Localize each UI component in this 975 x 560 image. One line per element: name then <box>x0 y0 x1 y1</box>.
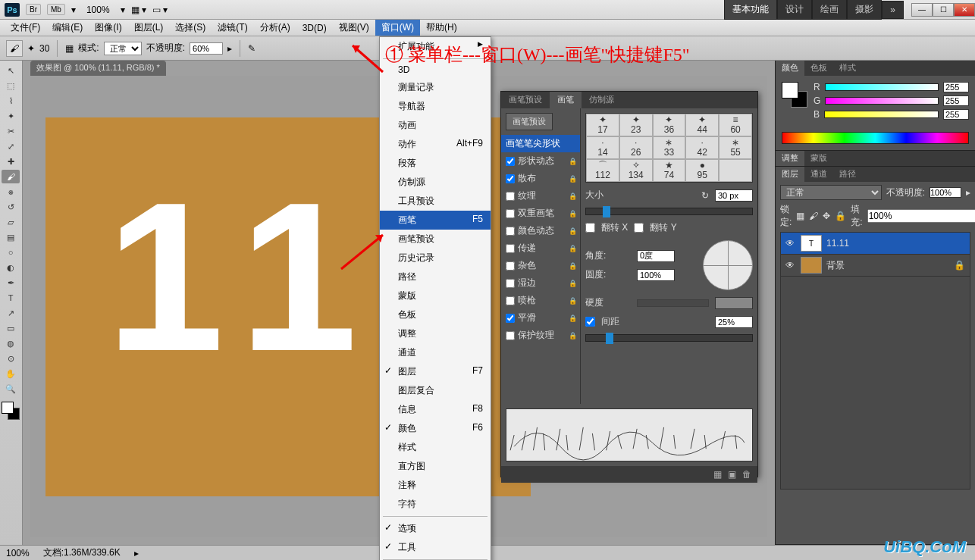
brush-option[interactable]: 双重画笔🔒 <box>501 205 580 222</box>
stamp-tool[interactable]: ⎈ <box>2 185 20 199</box>
window-menu-item[interactable]: 直方图 <box>380 457 491 476</box>
history-brush-tool[interactable]: ↺ <box>2 200 20 214</box>
menu-edit[interactable]: 编辑(E) <box>46 20 89 36</box>
window-menu-item[interactable]: 通道 <box>380 343 491 362</box>
lock-trans-icon[interactable]: ▦ <box>796 211 804 221</box>
workspace-more[interactable]: » <box>882 1 904 19</box>
dodge-tool[interactable]: ◐ <box>2 261 20 274</box>
roundness-input[interactable] <box>637 269 675 281</box>
window-menu-item[interactable]: 色板 <box>380 305 491 324</box>
path-tool[interactable]: ↗ <box>2 306 20 320</box>
hand-tool[interactable]: ✋ <box>2 367 20 380</box>
window-menu-item[interactable]: 画笔F5 <box>380 211 491 230</box>
opacity-dropdown-icon[interactable]: ▸ <box>227 43 232 54</box>
menu-analysis[interactable]: 分析(A) <box>254 20 296 36</box>
color-swatch[interactable] <box>2 402 20 420</box>
window-menu-item[interactable]: 图层复合 <box>380 381 491 400</box>
document-tab[interactable]: 效果图 @ 100% (11.11, RGB/8) * <box>30 61 166 76</box>
brush-cell[interactable]: ⌒112 <box>586 159 619 182</box>
minimize-button[interactable]: — <box>911 3 933 17</box>
menu-help[interactable]: 帮助(H) <box>420 20 463 36</box>
window-menu-item[interactable]: ✓选项 <box>380 519 491 538</box>
layer-name[interactable]: 背景 <box>826 259 845 272</box>
move-tool[interactable]: ↖ <box>2 64 20 77</box>
close-button[interactable]: ✕ <box>954 3 975 17</box>
spectrum-bar[interactable] <box>782 132 969 144</box>
tab-mask[interactable]: 蒙版 <box>804 151 833 166</box>
tab-styles[interactable]: 样式 <box>833 61 862 76</box>
wand-tool[interactable]: ✦ <box>2 109 20 123</box>
brush-option[interactable]: 杂色🔒 <box>501 257 580 274</box>
brush-option[interactable]: 传递🔒 <box>501 239 580 257</box>
window-menu-item[interactable]: 仿制源 <box>380 173 491 192</box>
g-slider[interactable] <box>825 97 939 105</box>
menu-view[interactable]: 视图(V) <box>333 20 375 36</box>
brush-icon[interactable]: ✦ <box>27 43 35 54</box>
brush-option[interactable]: 画笔笔尖形状 <box>501 135 580 152</box>
brush-cell[interactable]: ≡60 <box>719 114 752 136</box>
panel-color-swatch[interactable] <box>782 82 807 108</box>
menu-image[interactable]: 图像(I) <box>89 20 127 36</box>
window-menu-item[interactable]: 调整 <box>380 324 491 343</box>
window-menu-item[interactable]: 扩展功能▶ <box>380 37 491 56</box>
visibility-icon[interactable]: 👁 <box>785 260 796 271</box>
size-slider[interactable] <box>585 208 753 215</box>
lock-pos-icon[interactable]: ✥ <box>823 211 830 221</box>
tab-paths[interactable]: 路径 <box>833 167 862 182</box>
window-menu-item[interactable]: 工具预设 <box>380 192 491 211</box>
current-tool-icon[interactable]: 🖌 <box>6 40 23 57</box>
mb-button[interactable]: Mb <box>47 4 65 15</box>
menu-select[interactable]: 选择(S) <box>169 20 212 36</box>
eyedropper-tool[interactable]: ⤢ <box>2 139 20 153</box>
brush-cell[interactable]: ∗55 <box>719 136 752 159</box>
fg-color[interactable] <box>2 402 14 414</box>
brush-option[interactable]: 颜色动态🔒 <box>501 222 580 239</box>
angle-input[interactable] <box>637 250 675 262</box>
window-menu-item[interactable]: 注释 <box>380 476 491 495</box>
brush-option[interactable]: 喷枪🔒 <box>501 292 580 309</box>
screen-mode-icon[interactable]: ▭ ▾ <box>152 5 168 15</box>
brush-tool[interactable]: 🖌 <box>2 170 20 183</box>
brush-cell[interactable]: ·14 <box>586 136 619 159</box>
brush-cell[interactable]: ✦23 <box>619 114 653 136</box>
brush-cell[interactable]: ★74 <box>653 159 686 182</box>
gradient-tool[interactable]: ▤ <box>2 230 20 244</box>
tab-channels[interactable]: 通道 <box>804 167 833 182</box>
zoom-level[interactable]: 100% <box>82 5 114 15</box>
menu-filter[interactable]: 滤镜(T) <box>212 20 253 36</box>
mode-select[interactable]: 正常 <box>104 42 142 55</box>
window-menu-item[interactable]: 动作Alt+F9 <box>380 135 491 154</box>
spacing-check[interactable] <box>585 317 595 327</box>
window-menu-item[interactable]: 蒙版 <box>380 286 491 305</box>
layer-opacity-input[interactable] <box>930 187 961 198</box>
panel-icon[interactable]: ▦ <box>713 469 722 480</box>
brush-grid[interactable]: ✦17✦23✦36✦44≡60·14·26∗33·42∗55⌒112✧134★7… <box>585 113 753 183</box>
brush-option[interactable]: 形状动态🔒 <box>501 152 580 170</box>
tab-clone-source[interactable]: 仿制源 <box>582 92 622 108</box>
pen-tool[interactable]: ✒ <box>2 276 20 289</box>
g-input[interactable] <box>943 95 969 106</box>
status-zoom[interactable]: 100% <box>6 548 30 558</box>
brush-cell[interactable]: ·26 <box>619 136 653 159</box>
arrange-icon[interactable]: ▦ ▾ <box>131 5 146 15</box>
tab-brush[interactable]: 画笔 <box>550 92 582 108</box>
lasso-tool[interactable]: ⌇ <box>2 94 20 108</box>
r-input[interactable] <box>943 82 969 92</box>
window-menu-item[interactable]: 动画 <box>380 116 491 135</box>
tab-brush-presets[interactable]: 画笔预设 <box>501 92 550 108</box>
window-menu-item[interactable]: 字符 <box>380 495 491 514</box>
3d-tool[interactable]: ◍ <box>2 336 20 350</box>
brush-cell[interactable]: ✦36 <box>653 114 686 136</box>
brush-option[interactable]: 平滑🔒 <box>501 309 580 327</box>
b-slider[interactable] <box>824 111 939 118</box>
brush-cell[interactable]: ∗33 <box>653 136 686 159</box>
type-tool[interactable]: T <box>2 291 20 305</box>
trash-icon[interactable]: 🗑 <box>742 469 751 480</box>
window-menu-item[interactable]: 历史记录 <box>380 249 491 267</box>
tab-color[interactable]: 颜色 <box>776 61 804 76</box>
new-brush-icon[interactable]: ▣ <box>728 469 736 480</box>
r-slider[interactable] <box>825 83 939 91</box>
brush-cell[interactable]: ·42 <box>685 136 719 159</box>
workspace-basic[interactable]: 基本功能 <box>724 0 777 20</box>
flip-y-check[interactable] <box>634 223 644 233</box>
